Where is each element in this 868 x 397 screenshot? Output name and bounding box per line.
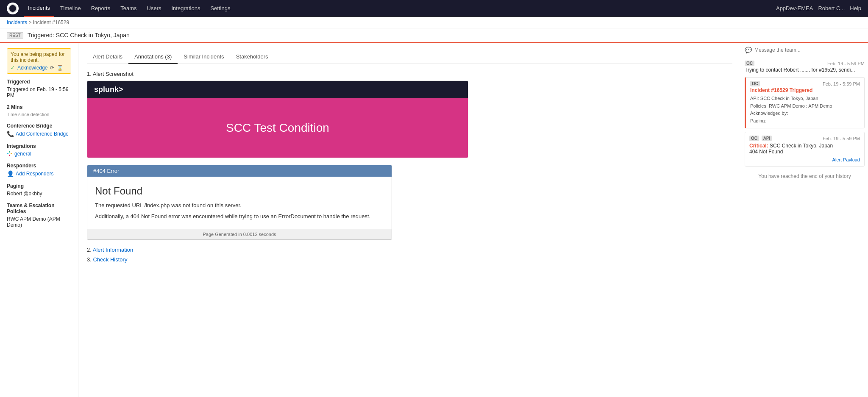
nav-item-integrations[interactable]: Integrations	[167, 0, 204, 17]
nav-item-incidents[interactable]: Incidents	[24, 0, 54, 17]
duration-title: 2 Mins	[7, 104, 71, 110]
message-icon: 💬	[745, 47, 752, 53]
teams-section: Teams & Escalation Policies RWC APM Demo…	[7, 203, 71, 228]
logo-inner	[8, 4, 17, 13]
conference-bridge-section: Conference Bridge 📞 Add Conference Bridg…	[7, 123, 71, 137]
integrations-title: Integrations	[7, 143, 71, 149]
main-layout: You are being paged for this incident. ✓…	[0, 43, 868, 397]
nav-item-teams[interactable]: Teams	[116, 0, 141, 17]
alert-payload-link[interactable]: Alert Payload	[832, 157, 860, 162]
paging-title: Paging	[7, 183, 71, 189]
tab-stakeholders[interactable]: Stakeholders	[230, 50, 274, 64]
svg-rect-3	[11, 153, 12, 154]
splunk-header: splunk>	[87, 81, 468, 98]
conference-icon: 📞	[7, 130, 14, 137]
nav-item-users[interactable]: Users	[143, 0, 166, 17]
ack-icon-1[interactable]: ⟳	[50, 65, 54, 71]
splunk-logo-text: splunk>	[94, 85, 123, 94]
ack-row: ✓ Acknowledge ⟳ ⌛	[11, 65, 67, 71]
teams-value: RWC APM Demo (APM Demo)	[7, 216, 71, 228]
feed-api-card: OC API Feb. 19 - 5:59 PM Critical: SCC C…	[745, 132, 865, 167]
org-selector[interactable]: AppDev-EMEA	[776, 5, 813, 11]
breadcrumb-incidents-link[interactable]: Incidents	[7, 19, 27, 25]
alert-banner: You are being paged for this incident. ✓…	[7, 48, 71, 74]
duration-section: 2 Mins Time since detection	[7, 104, 71, 117]
error-footer: Page Generated in 0.0012 seconds	[87, 229, 392, 239]
add-responders-link[interactable]: 👤 Add Responders	[7, 170, 71, 177]
responders-title: Responders	[7, 163, 71, 169]
feed-incident-api: API: SCC Check in Tokyo, Japan	[750, 95, 860, 103]
feed-incident-ack: Acknowledged by:	[750, 110, 860, 117]
triggered-title: Triggered	[7, 79, 71, 85]
svg-rect-1	[9, 151, 10, 153]
feed-badge-contact: OC	[745, 61, 754, 66]
feed-badge-api: OC	[749, 136, 759, 141]
feed-incident-policies: Policies: RWC APM Demo : APM Demo	[750, 103, 860, 110]
splunk-logo: splunk>	[94, 85, 123, 94]
triggered-value: Triggered on Feb. 19 - 5:59 PM	[7, 86, 71, 98]
slack-icon	[7, 151, 13, 157]
section1-label: 1. Alert Screenshot	[87, 71, 732, 77]
nav-item-reports[interactable]: Reports	[87, 0, 115, 17]
tab-similar-incidents[interactable]: Similar Incidents	[178, 50, 230, 64]
right-panel: 💬 OC Feb. 19 - 5:59 PM Trying to contact…	[741, 43, 868, 397]
nav-left: Incidents Timeline Reports Teams Users I…	[7, 0, 234, 17]
left-sidebar: You are being paged for this incident. ✓…	[0, 43, 78, 397]
check-history-link[interactable]: Check History	[93, 256, 127, 263]
error-box: #404 Error Not Found The requested URL /…	[87, 165, 392, 240]
feed-item-contact: OC Feb. 19 - 5:59 PM Trying to contact R…	[745, 61, 865, 73]
breadcrumb-separator: >	[28, 19, 31, 25]
add-conference-bridge-link[interactable]: 📞 Add Conference Bridge	[7, 130, 71, 137]
splunk-condition: SCC Test Condition	[226, 121, 329, 135]
feed-time-api: Feb. 19 - 5:59 PM	[823, 136, 860, 141]
ack-icon-2[interactable]: ⌛	[57, 65, 63, 71]
add-responders-label: Add Responders	[16, 171, 53, 177]
add-conference-bridge-label: Add Conference Bridge	[16, 131, 69, 137]
feed-api-critical: Critical:	[749, 143, 768, 149]
feed-api-check: SCC Check in Tokyo, Japan	[770, 143, 833, 149]
feed-api-status: 404 Not Found	[749, 149, 860, 155]
feed-incident-paging: Paging:	[750, 117, 860, 125]
section2: 2. Alert Information	[87, 247, 732, 253]
checkmark-icon: ✓	[11, 65, 15, 71]
duration-label: Time since detection	[7, 112, 71, 117]
paging-section: Paging Robert @okbby	[7, 183, 71, 197]
nav-item-settings[interactable]: Settings	[206, 0, 234, 17]
integration-label: general	[14, 151, 31, 157]
section3-number: 3.	[87, 256, 92, 263]
alert-payload-row: Alert Payload	[749, 156, 860, 163]
section2-number: 2.	[87, 247, 92, 253]
feed-incident-title[interactable]: Incident #16529 Triggered	[750, 87, 860, 93]
conference-bridge-title: Conference Bridge	[7, 123, 71, 129]
feed-incident-card: OC Feb. 19 - 5:59 PM Incident #16529 Tri…	[745, 77, 865, 128]
breadcrumb: Incidents > Incident #16529	[0, 17, 868, 28]
integrations-section: Integrations general	[7, 143, 71, 157]
help-link[interactable]: Help	[850, 5, 861, 11]
error-desc-1: The requested URL /index.php was not fou…	[95, 201, 384, 210]
triggered-section: Triggered Triggered on Feb. 19 - 5:59 PM	[7, 79, 71, 98]
tab-annotations[interactable]: Annotations (3)	[128, 50, 178, 64]
responders-section: Responders 👤 Add Responders	[7, 163, 71, 177]
message-input-area: 💬	[741, 43, 868, 57]
alert-information-link[interactable]: Alert Information	[93, 247, 133, 253]
tab-alert-details[interactable]: Alert Details	[87, 50, 128, 64]
svg-rect-2	[9, 155, 10, 156]
teams-title: Teams & Escalation Policies	[7, 203, 71, 214]
feed-end-text: You have reached the end of your history	[745, 170, 865, 183]
nav-right: AppDev-EMEA Robert C... Help	[776, 5, 861, 11]
tabs-bar: Alert Details Annotations (3) Similar In…	[87, 50, 732, 64]
splunk-body: SCC Test Condition	[87, 98, 468, 158]
breadcrumb-current: Incident #16529	[33, 19, 69, 25]
acknowledge-link[interactable]: Acknowledge	[17, 65, 47, 71]
integration-link[interactable]: general	[7, 151, 71, 157]
user-menu[interactable]: Robert C...	[818, 5, 845, 11]
center-content: Alert Details Annotations (3) Similar In…	[78, 43, 741, 397]
feed-meta-incident: OC Feb. 19 - 5:59 PM	[750, 81, 860, 86]
message-input[interactable]	[754, 47, 865, 53]
section3: 3. Check History	[87, 256, 732, 263]
feed-api-label: API	[762, 136, 772, 141]
feed-time-contact: Feb. 19 - 5:59 PM	[827, 61, 865, 66]
nav-item-timeline[interactable]: Timeline	[56, 0, 85, 17]
feed-time-incident: Feb. 19 - 5:59 PM	[823, 81, 860, 86]
incident-title: Triggered: SCC Check in Tokyo, Japan	[28, 32, 130, 39]
